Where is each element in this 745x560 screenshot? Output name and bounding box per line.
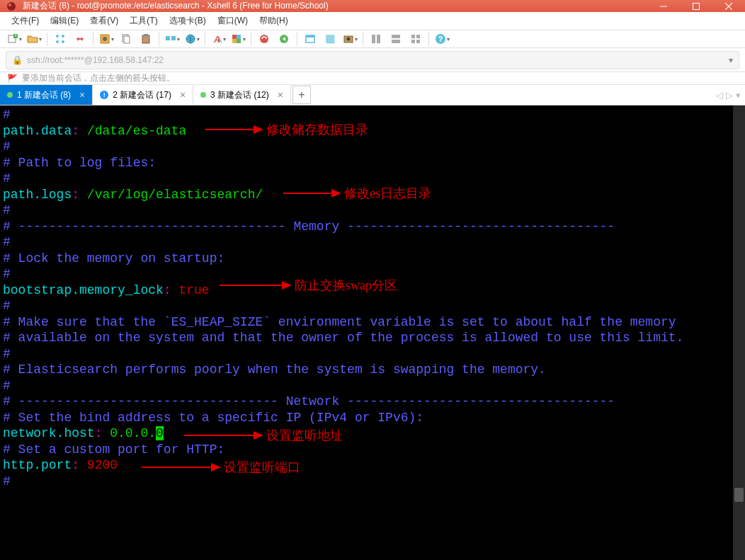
annotation-1: 修改储存数据目录 <box>205 122 368 138</box>
svg-point-1 <box>8 4 11 6</box>
svg-rect-24 <box>232 35 237 39</box>
alert-icon: ! <box>100 91 108 99</box>
svg-point-14 <box>103 37 107 41</box>
properties-button[interactable]: ▾ <box>98 30 115 47</box>
svg-point-12 <box>62 40 64 43</box>
menu-edit[interactable]: 编辑(E) <box>45 12 84 30</box>
svg-rect-38 <box>392 35 400 38</box>
svg-rect-33 <box>326 35 335 44</box>
window-title: 新建会话 (8) - root@promote:/etc/elasticsear… <box>23 0 647 12</box>
svg-rect-39 <box>392 40 400 43</box>
script-button[interactable] <box>256 30 273 47</box>
tab-label: 3 新建会话 (12) <box>210 89 269 101</box>
app-icon <box>6 1 17 12</box>
minimize-button[interactable] <box>647 0 680 12</box>
annotation-5: 设置监听端口 <box>142 459 300 476</box>
open-button[interactable]: ▾ <box>25 30 42 47</box>
maximize-button[interactable] <box>680 0 712 12</box>
svg-rect-25 <box>237 35 241 39</box>
svg-rect-20 <box>171 36 176 40</box>
address-input[interactable]: 🔒 ssh://root:******@192.168.58.147:22 ▾ <box>6 51 739 69</box>
addressbar: 🔒 ssh://root:******@192.168.58.147:22 ▾ <box>0 48 745 72</box>
svg-point-0 <box>7 2 16 11</box>
svg-rect-26 <box>232 39 237 43</box>
status-dot-icon <box>200 92 206 98</box>
tile-button[interactable] <box>368 30 385 47</box>
svg-rect-41 <box>416 35 420 38</box>
svg-point-35 <box>346 38 350 41</box>
scrollbar-thumb[interactable] <box>734 488 744 502</box>
menu-window[interactable]: 窗口(W) <box>212 12 254 30</box>
svg-point-28 <box>260 35 268 43</box>
tab-menu-icon[interactable]: ▾ <box>736 90 741 101</box>
tab-prev-icon[interactable]: ◁ <box>716 90 723 101</box>
svg-rect-27 <box>237 39 241 43</box>
menu-tools[interactable]: 工具(T) <box>124 12 163 30</box>
annotation-3: 防止交换swap分区 <box>220 278 397 294</box>
tab-session-2[interactable]: ! 2 新建会话 (17) × <box>93 85 193 105</box>
svg-rect-43 <box>416 40 420 43</box>
svg-point-9 <box>56 35 59 38</box>
hint-bar: 🚩 要添加当前会话，点击左侧的箭头按钮。 <box>0 72 745 85</box>
tab-next-icon[interactable]: ▷ <box>726 90 733 101</box>
address-text: ssh://root:******@192.168.58.147:22 <box>27 55 164 65</box>
tab-label: 2 新建会话 (17) <box>113 89 171 101</box>
status-dot-icon <box>7 92 13 98</box>
svg-point-10 <box>62 35 64 38</box>
annotation-4: 设置监听地址 <box>184 428 343 444</box>
menubar: 文件(F) 编辑(E) 查看(V) 工具(T) 选项卡(B) 窗口(W) 帮助(… <box>0 12 745 30</box>
fullscreen-button[interactable] <box>302 30 319 47</box>
close-button[interactable] <box>712 0 745 12</box>
svg-text:?: ? <box>438 35 443 43</box>
svg-rect-40 <box>411 35 415 38</box>
tab-close-button[interactable]: × <box>79 89 85 101</box>
menu-view[interactable]: 查看(V) <box>84 12 124 30</box>
transparency-button[interactable] <box>322 30 339 47</box>
hint-text: 要添加当前会话，点击左侧的箭头按钮。 <box>22 72 175 84</box>
toolbar: +▾ ▾ ▾ ▾ ▾ AA▾ ▾ ▾ ?▾ <box>0 30 745 48</box>
address-dropdown-icon[interactable]: ▾ <box>729 55 733 65</box>
tile-horiz-button[interactable] <box>387 30 404 47</box>
svg-rect-19 <box>166 36 170 40</box>
tab-close-button[interactable]: × <box>278 89 283 101</box>
capture-button[interactable]: ▾ <box>341 30 358 47</box>
tab-close-button[interactable]: × <box>180 89 186 101</box>
svg-rect-16 <box>124 36 130 43</box>
tab-add-button[interactable]: + <box>292 86 311 104</box>
tab-label: 1 新建会话 (8) <box>17 89 71 101</box>
svg-rect-3 <box>693 3 700 9</box>
color-scheme-button[interactable]: ▾ <box>229 30 246 47</box>
script-alt-button[interactable] <box>275 30 292 47</box>
globe-button[interactable]: ▾ <box>183 30 200 47</box>
find-button[interactable]: ▾ <box>164 30 181 47</box>
menu-tabs[interactable]: 选项卡(B) <box>164 12 212 30</box>
tab-session-3[interactable]: 3 新建会话 (12) × <box>193 85 291 105</box>
svg-rect-42 <box>411 40 415 43</box>
copy-button[interactable] <box>118 30 135 47</box>
menu-help[interactable]: 帮助(H) <box>254 12 294 30</box>
svg-text:A: A <box>217 37 222 44</box>
titlebar: 新建会话 (8) - root@promote:/etc/elasticsear… <box>0 0 745 12</box>
help-button[interactable]: ?▾ <box>433 30 450 47</box>
svg-rect-31 <box>306 35 314 38</box>
svg-rect-37 <box>377 35 380 43</box>
annotation-2: 修改es日志目录 <box>283 185 431 202</box>
svg-rect-18 <box>144 34 148 36</box>
broadcast-button[interactable] <box>52 30 69 47</box>
tile-cascade-button[interactable] <box>407 30 424 47</box>
terminal[interactable]: # path.data: /data/es-data # # Path to l… <box>0 105 733 560</box>
tab-session-1[interactable]: 1 新建会话 (8) × <box>0 85 93 105</box>
svg-rect-17 <box>142 35 149 43</box>
lock-icon: 🔒 <box>12 55 23 65</box>
svg-text:+: + <box>13 33 16 38</box>
new-session-button[interactable]: +▾ <box>6 30 23 47</box>
svg-point-11 <box>56 40 59 43</box>
paste-button[interactable] <box>137 30 154 47</box>
disconnect-button[interactable] <box>72 30 89 47</box>
tabbar: 1 新建会话 (8) × ! 2 新建会话 (17) × 3 新建会话 (12)… <box>0 85 745 105</box>
font-button[interactable]: AA▾ <box>210 30 227 47</box>
svg-rect-36 <box>372 35 375 43</box>
menu-file[interactable]: 文件(F) <box>6 12 45 30</box>
terminal-scrollbar[interactable] <box>733 105 745 560</box>
flag-icon: 🚩 <box>7 74 18 84</box>
